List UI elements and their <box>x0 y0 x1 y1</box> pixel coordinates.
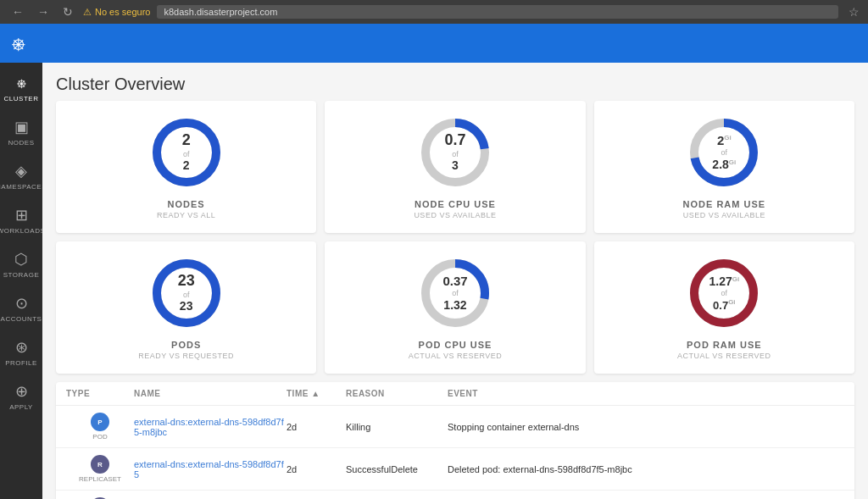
pod-cpu-value-main: 0.37 <box>442 274 467 289</box>
top-bar: ⎈ <box>0 24 868 63</box>
sidebar-item-nodes[interactable]: ▣ NODES <box>0 111 42 153</box>
sidebar-item-namespaces[interactable]: ◈ NAMESPACES <box>0 155 42 197</box>
pods-value-sub: 23 <box>178 300 195 314</box>
type-label: REPLICASET <box>79 475 121 483</box>
sidebar-item-accounts[interactable]: ⊙ ACCOUNTS <box>0 287 42 330</box>
main-content: Cluster Overview 2 of 2 NODES <box>42 63 868 499</box>
card-pods: 23 of 23 PODS READY VS REQUESTED <box>56 241 316 374</box>
pod-ram-card-title: POD RAM USE <box>687 340 762 350</box>
pods-donut: 23 of 23 <box>148 255 225 331</box>
browser-bar: ← → ↻ ⚠ No es seguro k8dash.disasterproj… <box>0 0 868 24</box>
page-header: Cluster Overview <box>42 63 868 101</box>
sidebar-label-apply: APPLY <box>9 403 33 411</box>
node-cpu-donut: 0.7 of 3 <box>417 114 493 191</box>
app-container: ⎈ CLUSTER ▣ NODES ◈ NAMESPACES ⊞ WORKLOA… <box>0 63 868 499</box>
pods-value-of: of <box>178 291 195 300</box>
sidebar-item-cluster[interactable]: ⎈ CLUSTER <box>0 68 42 109</box>
card-nodes: 2 of 2 NODES READY VS ALL <box>56 101 316 233</box>
node-cpu-card-subtitle: USED VS AVAILABLE <box>414 211 496 219</box>
nodes-donut: 2 of 2 <box>148 114 225 191</box>
cluster-icon: ⎈ <box>17 75 26 92</box>
nodes-value-of: of <box>182 150 191 159</box>
event-description: Stopping container external-dns <box>448 422 844 432</box>
nodes-card-title: NODES <box>168 199 205 209</box>
sidebar-item-workloads[interactable]: ⊞ WORKLOADS <box>0 199 42 241</box>
pods-value-main: 23 <box>178 272 195 291</box>
sidebar-label-storage: STORAGE <box>3 271 39 279</box>
col-reason: REASON <box>346 389 448 398</box>
sidebar-label-nodes: NODES <box>8 139 35 147</box>
node-ram-donut: 2Gi of 2.8Gi <box>686 114 762 191</box>
sidebar-label-workloads: WORKLOADS <box>0 227 42 235</box>
pod-ram-card-subtitle: ACTUAL VS RESERVED <box>677 352 771 360</box>
accounts-icon: ⊙ <box>15 294 28 313</box>
sidebar-item-storage[interactable]: ⬡ STORAGE <box>0 243 42 286</box>
pod-cpu-value-of: of <box>442 289 467 298</box>
pods-card-title: PODS <box>171 340 201 350</box>
sidebar-label-namespaces: NAMESPACES <box>0 183 42 191</box>
event-time: 2d <box>287 422 346 432</box>
events-table: TYPE NAME TIME ▲ REASON EVENT P POD exte… <box>56 382 854 499</box>
sidebar-item-apply[interactable]: ⊕ APPLY <box>0 375 42 418</box>
type-badge-replicaset: R REPLICASET <box>66 455 134 483</box>
event-time: 2d <box>287 464 346 474</box>
warning-text: No es seguro <box>95 7 150 17</box>
col-type: TYPE <box>66 389 134 398</box>
type-label: POD <box>92 433 107 441</box>
sidebar-label-profile: PROFILE <box>5 359 37 367</box>
type-badge-pod: P POD <box>66 413 134 441</box>
warning-icon: ⚠ <box>83 7 92 18</box>
node-ram-value-of: of <box>712 148 736 158</box>
sidebar-item-profile[interactable]: ⊛ PROFILE <box>0 331 42 374</box>
card-pod-cpu: 0.37 of 1.32 POD CPU USE ACTUAL VS RESER… <box>325 241 585 374</box>
pods-card-subtitle: READY VS REQUESTED <box>138 352 234 360</box>
table-header: TYPE NAME TIME ▲ REASON EVENT <box>56 382 854 406</box>
table-row: P POD external-dns:external-dns-598df8d7… <box>56 406 854 448</box>
back-button[interactable]: ← <box>8 3 27 20</box>
card-node-ram: 2Gi of 2.8Gi NODE RAM USE USED VS AVAILA… <box>594 101 854 233</box>
pod-ram-value-main: 1.27Gi <box>709 274 739 289</box>
pod-cpu-donut-label: 0.37 of 1.32 <box>442 274 467 313</box>
nodes-value-main: 2 <box>182 131 191 150</box>
pod-cpu-value-sub: 1.32 <box>442 298 467 313</box>
col-time: TIME ▲ <box>287 389 346 398</box>
nodes-value-sub: 2 <box>182 159 191 174</box>
node-cpu-value-sub: 3 <box>444 159 465 174</box>
profile-icon: ⊛ <box>15 338 28 357</box>
apply-icon: ⊕ <box>15 382 28 401</box>
replicaset-icon: R <box>91 455 109 474</box>
nodes-icon: ▣ <box>14 118 29 136</box>
star-icon[interactable]: ☆ <box>849 5 860 19</box>
event-description: Deleted pod: external-dns-598df8d7f5-m8j… <box>448 464 844 474</box>
col-name: NAME <box>134 389 287 398</box>
app-logo: ⎈ <box>12 30 25 57</box>
event-name-link[interactable]: external-dns:external-dns-598df8d7f5-m8j… <box>134 417 287 437</box>
node-ram-card-subtitle: USED VS AVAILABLE <box>683 211 765 219</box>
card-node-cpu: 0.7 of 3 NODE CPU USE USED VS AVAILABLE <box>325 101 585 233</box>
nodes-card-subtitle: READY VS ALL <box>157 211 215 219</box>
node-ram-value-sub: 2.8Gi <box>712 158 736 172</box>
cards-grid: 2 of 2 NODES READY VS ALL 0.7 <box>42 101 868 382</box>
forward-button[interactable]: → <box>34 3 53 20</box>
pod-cpu-card-subtitle: ACTUAL VS RESERVED <box>409 352 503 360</box>
refresh-button[interactable]: ↻ <box>59 3 76 20</box>
table-row: D DEPLOYMENT external-dns:external-dns 2… <box>56 491 854 499</box>
workloads-icon: ⊞ <box>15 206 28 225</box>
col-event: EVENT <box>448 389 844 398</box>
nodes-donut-label: 2 of 2 <box>182 131 191 173</box>
url-bar[interactable]: k8dash.disasterproject.com <box>157 5 838 19</box>
event-reason: SuccessfulDelete <box>346 464 448 474</box>
table-row: R REPLICASET external-dns:external-dns-5… <box>56 448 854 491</box>
namespaces-icon: ◈ <box>15 162 27 180</box>
pod-cpu-card-title: POD CPU USE <box>419 340 492 350</box>
node-cpu-value-main: 0.7 <box>444 131 465 150</box>
card-pod-ram: 1.27Gi of 0.7Gi POD RAM USE ACTUAL VS RE… <box>594 241 854 374</box>
node-cpu-donut-label: 0.7 of 3 <box>444 131 465 173</box>
pod-icon: P <box>91 413 109 431</box>
node-ram-donut-label: 2Gi of 2.8Gi <box>712 133 736 172</box>
event-name-link[interactable]: external-dns:external-dns-598df8d7f5 <box>134 459 287 480</box>
node-ram-card-title: NODE RAM USE <box>683 199 766 209</box>
event-reason: Killing <box>346 422 448 432</box>
sidebar: ⎈ CLUSTER ▣ NODES ◈ NAMESPACES ⊞ WORKLOA… <box>0 63 42 499</box>
sidebar-label-accounts: ACCOUNTS <box>1 315 42 323</box>
